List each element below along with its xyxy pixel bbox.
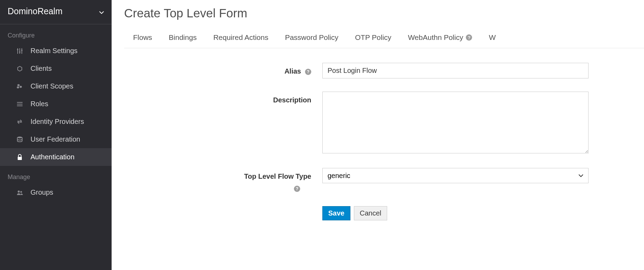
- realm-selector[interactable]: DominoRealm: [0, 0, 112, 24]
- sidebar-item-groups[interactable]: Groups: [0, 184, 112, 201]
- database-icon: [16, 136, 24, 143]
- sidebar-item-label: Identity Providers: [31, 118, 84, 126]
- label-flow-type: Top Level Flow Type ?: [124, 168, 322, 193]
- svg-rect-10: [18, 157, 22, 160]
- sidebar-item-label: Realm Settings: [31, 47, 78, 55]
- sidebar-item-label: Groups: [31, 188, 53, 196]
- sidebar-item-label: User Federation: [31, 135, 80, 143]
- sidebar-item-roles[interactable]: Roles: [0, 95, 112, 113]
- tab-truncated[interactable]: W: [489, 30, 496, 48]
- tab-webauthn-policy[interactable]: WebAuthn Policy ?: [408, 30, 472, 48]
- sidebar-item-clients[interactable]: Clients: [0, 60, 112, 77]
- tab-bindings[interactable]: Bindings: [169, 30, 197, 48]
- sidebar-item-label: Clients: [31, 65, 52, 73]
- cubes-icon: [16, 83, 24, 90]
- label-description: Description: [124, 92, 322, 105]
- cancel-button[interactable]: Cancel: [354, 206, 387, 220]
- form-row-alias: Alias ?: [124, 63, 644, 78]
- tab-password-policy[interactable]: Password Policy: [285, 30, 338, 48]
- sidebar-item-label: Client Scopes: [31, 82, 73, 90]
- svg-point-11: [18, 191, 20, 193]
- svg-point-9: [17, 136, 22, 138]
- realm-name: DominoRealm: [8, 6, 62, 16]
- svg-point-3: [17, 49, 18, 50]
- sidebar-section-manage: Manage: [0, 166, 112, 184]
- sidebar-item-authentication[interactable]: Authentication: [0, 148, 112, 166]
- sidebar-section-configure: Configure: [0, 24, 112, 42]
- cube-icon: [16, 65, 24, 73]
- help-icon[interactable]: ?: [294, 186, 300, 192]
- users-icon: [16, 189, 24, 196]
- alias-input[interactable]: [322, 63, 589, 78]
- page-title: Create Top Level Form: [124, 6, 644, 20]
- tab-flows[interactable]: Flows: [133, 30, 152, 48]
- svg-rect-7: [17, 104, 23, 104]
- exchange-icon: [16, 118, 24, 126]
- label-alias: Alias ?: [124, 63, 322, 76]
- button-row: Save Cancel: [322, 206, 644, 220]
- sidebar-item-identity-providers[interactable]: Identity Providers: [0, 113, 112, 130]
- form-row-flow-type: Top Level Flow Type ? generic: [124, 168, 644, 193]
- save-button[interactable]: Save: [322, 206, 350, 220]
- svg-rect-1: [19, 48, 20, 54]
- svg-rect-6: [17, 102, 23, 103]
- sidebar-item-label: Authentication: [31, 153, 75, 161]
- tab-otp-policy[interactable]: OTP Policy: [355, 30, 391, 48]
- form-row-description: Description: [124, 92, 644, 155]
- svg-point-4: [19, 51, 20, 53]
- svg-point-5: [21, 50, 23, 51]
- tabs: Flows Bindings Required Actions Password…: [124, 30, 644, 48]
- lock-icon: [16, 153, 24, 161]
- chevron-down-icon: [99, 9, 104, 14]
- sidebar-item-user-federation[interactable]: User Federation: [0, 130, 112, 148]
- help-icon[interactable]: ?: [305, 69, 311, 75]
- sidebar-item-realm-settings[interactable]: Realm Settings: [0, 42, 112, 60]
- description-textarea[interactable]: [322, 92, 589, 153]
- tab-required-actions[interactable]: Required Actions: [213, 30, 268, 48]
- svg-rect-8: [17, 106, 23, 106]
- sidebar: DominoRealm Configure Realm Settings Cli…: [0, 0, 112, 270]
- svg-point-12: [20, 191, 22, 193]
- main-content: Create Top Level Form Flows Bindings Req…: [112, 0, 644, 270]
- sliders-icon: [16, 47, 24, 55]
- sidebar-item-client-scopes[interactable]: Client Scopes: [0, 77, 112, 95]
- help-icon[interactable]: ?: [466, 34, 472, 41]
- list-icon: [16, 100, 24, 108]
- sidebar-item-label: Roles: [31, 100, 48, 108]
- flow-type-select[interactable]: generic: [322, 168, 589, 183]
